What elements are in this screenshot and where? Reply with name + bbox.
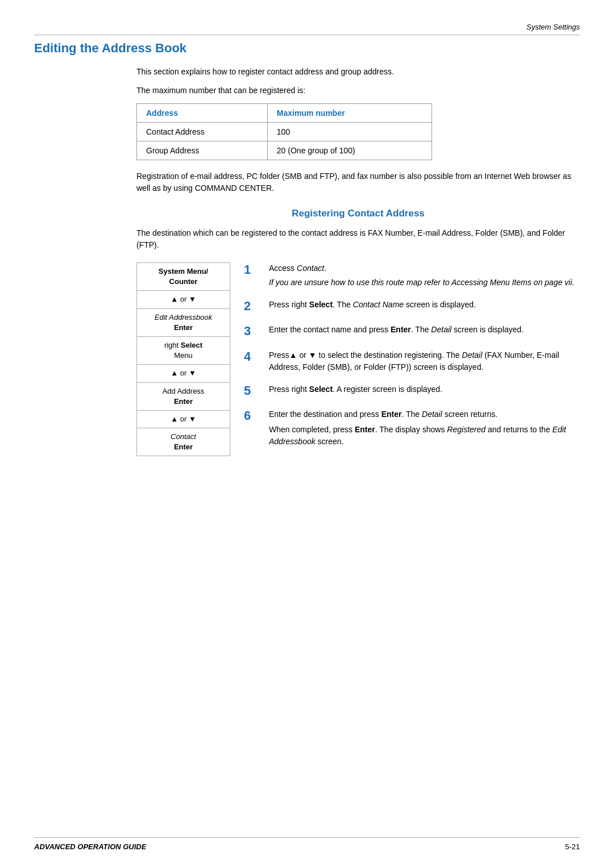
nav-label-arrows-1: ▲ or ▼	[171, 295, 196, 303]
nav-label-arrows-3: ▲ or ▼	[171, 415, 196, 423]
table-row: Group Address 20 (One group of 100)	[137, 141, 432, 160]
step-content-6: Enter the destination and press Enter. T…	[269, 408, 580, 448]
nav-label-select: Select	[181, 341, 202, 349]
nav-row-edit-addressbook: Edit Addressbook Enter	[137, 309, 230, 337]
note-text: Registration of e-mail address, PC folde…	[136, 170, 580, 194]
table-cell-max-2: 20 (One group of 100)	[267, 141, 432, 160]
step-content-5: Press right Select. A register screen is…	[269, 383, 580, 395]
step-4: 4 Press▲ or ▼ to select the destination …	[244, 349, 580, 373]
sub-section-intro: The destination which can be registered …	[136, 227, 580, 251]
nav-label-menu: Menu	[174, 351, 193, 360]
step-number-2: 2	[244, 299, 260, 314]
step-6: 6 Enter the destination and press Enter.…	[244, 408, 580, 448]
nav-label-system-menu: System Menu/Counter	[159, 267, 208, 286]
step-number-5: 5	[244, 383, 260, 398]
footer-left: ADVANCED OPERATION GUIDE	[34, 842, 146, 851]
nav-label-contact: Contact	[171, 432, 196, 441]
step-3: 3 Enter the contact name and press Enter…	[244, 324, 580, 339]
nav-box: System Menu/Counter ▲ or ▼ Edit Addressb…	[136, 262, 230, 456]
nav-label-edit-addressbook: Edit Addressbook	[155, 313, 212, 322]
step-number-4: 4	[244, 349, 260, 364]
step-content-3: Enter the contact name and press Enter. …	[269, 324, 580, 336]
nav-label-enter-2: Enter	[174, 397, 193, 406]
section-title: Editing the Address Book	[34, 41, 580, 56]
table-cell-address-2: Group Address	[137, 141, 268, 160]
step-5: 5 Press right Select. A register screen …	[244, 383, 580, 398]
step-number-6: 6	[244, 408, 260, 423]
table-cell-address-1: Contact Address	[137, 123, 268, 141]
nav-row-arrows-1: ▲ or ▼	[137, 291, 230, 308]
sub-section-title: Registering Contact Address	[136, 208, 580, 219]
nav-row-right-select: right Select Menu	[137, 337, 230, 365]
footer-right: 5-21	[565, 842, 580, 851]
intro-text-2: The maximum number that can be registere…	[136, 85, 580, 97]
nav-label-arrows-2: ▲ or ▼	[171, 369, 196, 377]
nav-label-enter-3: Enter	[174, 443, 193, 451]
steps-wrapper: System Menu/Counter ▲ or ▼ Edit Addressb…	[136, 262, 580, 458]
step-2: 2 Press right Select. The Contact Name s…	[244, 299, 580, 314]
table-header-max: Maximum number	[267, 104, 432, 123]
step-number-3: 3	[244, 324, 260, 339]
nav-row-contact-enter: Contact Enter	[137, 428, 230, 456]
table-row: Contact Address 100	[137, 123, 432, 141]
nav-label-add-address: Add Address	[163, 387, 205, 395]
page-header: System Settings	[34, 23, 580, 35]
header-title: System Settings	[526, 23, 580, 31]
page-footer: ADVANCED OPERATION GUIDE 5-21	[34, 837, 580, 851]
nav-row-system-menu: System Menu/Counter	[137, 263, 230, 291]
step-content-1: Access Contact. If you are unsure how to…	[269, 262, 580, 289]
step-content-2: Press right Select. The Contact Name scr…	[269, 299, 580, 311]
nav-row-arrows-2: ▲ or ▼	[137, 365, 230, 382]
steps-list: 1 Access Contact. If you are unsure how …	[244, 262, 580, 458]
intro-text-1: This section explains how to register co…	[136, 66, 580, 78]
nav-label-right: right	[164, 341, 181, 349]
nav-row-arrows-3: ▲ or ▼	[137, 411, 230, 428]
content-area: This section explains how to register co…	[136, 66, 580, 458]
step-content-4: Press▲ or ▼ to select the destination re…	[269, 349, 580, 373]
table-header-address: Address	[137, 104, 268, 123]
table-cell-max-1: 100	[267, 123, 432, 141]
step-number-1: 1	[244, 262, 260, 277]
nav-row-add-address: Add Address Enter	[137, 383, 230, 411]
address-table: Address Maximum number Contact Address 1…	[136, 103, 432, 160]
nav-label-enter-1: Enter	[174, 323, 193, 332]
step-1: 1 Access Contact. If you are unsure how …	[244, 262, 580, 289]
